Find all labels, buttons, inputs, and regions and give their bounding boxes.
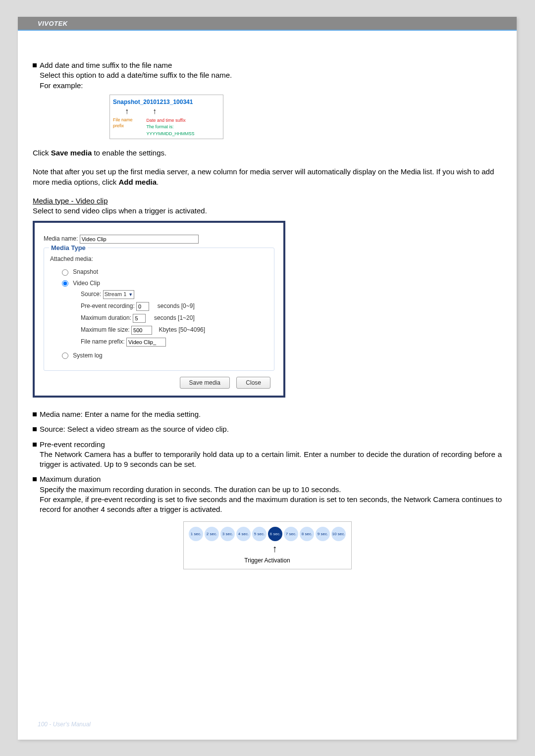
add-datetime-title: Add date and time suffix to the file nam…	[40, 60, 232, 70]
radio-videoclip[interactable]	[62, 280, 68, 287]
bullet-square-icon	[33, 477, 37, 481]
fnp-input[interactable]	[126, 338, 166, 347]
source-value: Stream 1	[105, 291, 127, 298]
brand-logo: VIVOTEK	[38, 20, 68, 27]
add-datetime-line3: For example:	[40, 81, 232, 91]
note-add-media: Note that after you set up the first med…	[33, 167, 502, 187]
content: Add date and time suffix to the file nam…	[18, 31, 517, 569]
desc-maxdur-title: Maximum duration	[40, 474, 502, 484]
save-pre: Click	[33, 149, 51, 157]
sec-circle-active: 6 sec.	[268, 527, 282, 541]
snapshot-suffix-text: _20101213_100341	[140, 99, 193, 105]
bullet-square-icon	[33, 427, 37, 431]
desc-source: Source: Select a video stream as the sou…	[40, 424, 229, 434]
add-datetime-line2: Select this option to add a date/time su…	[40, 70, 232, 80]
desc-preevent-body: The Network Camera has a buffer to tempo…	[40, 450, 502, 470]
source-select[interactable]: Stream 1 ▼	[103, 290, 135, 299]
timeline-circles: 1 sec. 2 sec. 3 sec. 4 sec. 5 sec. 6 sec…	[189, 527, 346, 541]
radio-systemlog-label: System log	[73, 352, 102, 359]
note-pre: Note that after you set up the first med…	[33, 167, 494, 186]
bullet-source: Source: Select a video stream as the sou…	[33, 424, 502, 434]
figure-filename-example: Snapshot_20101213_100341 ↑ ↑ File name p…	[109, 95, 223, 139]
maxfs-input[interactable]	[131, 326, 152, 335]
maxdur-label: Maximum duration:	[81, 314, 131, 321]
media-type-legend: Media Type	[49, 244, 88, 252]
radio-videoclip-label: Video Clip	[73, 280, 100, 287]
bullet-square-icon	[33, 443, 37, 447]
preevent-hint: seconds [0~9]	[158, 302, 195, 309]
save-media-hint: Click Save media to enable the settings.	[33, 148, 502, 158]
chevron-down-icon: ▼	[128, 292, 133, 298]
arrow-up-icon: ↑	[204, 542, 346, 555]
media-name-input[interactable]	[80, 235, 199, 244]
radio-snapshot[interactable]	[62, 269, 68, 276]
attached-media-label: Attached media:	[50, 255, 268, 263]
source-label: Source:	[81, 291, 101, 298]
desc-media-name: Media name: Enter a name for the media s…	[40, 409, 201, 419]
header-bar: VIVOTEK	[18, 17, 517, 31]
video-desc: Select to send video clips when a trigge…	[33, 206, 207, 215]
file-name-prefix-label: File name prefix	[113, 117, 144, 137]
media-type-fieldset: Media Type Attached media: Snapshot Vide…	[44, 248, 274, 371]
sec-circle: 10 sec.	[331, 527, 346, 541]
save-media-button[interactable]: Save media	[180, 377, 230, 389]
maxdur-input[interactable]	[133, 314, 146, 323]
sec-circle: 3 sec.	[220, 527, 235, 541]
preevent-label: Pre-event recording:	[81, 302, 135, 309]
radio-systemlog[interactable]	[62, 353, 68, 359]
figure-trigger-timeline: 1 sec. 2 sec. 3 sec. 4 sec. 5 sec. 6 sec…	[183, 521, 352, 569]
format-label: The format is: YYYYMMDD_HHMMSS	[146, 124, 194, 136]
sec-circle: 9 sec.	[316, 527, 330, 541]
sec-circle: 2 sec.	[205, 527, 219, 541]
desc-maxdur-l1: Specify the maximum recording duration i…	[40, 485, 502, 495]
bullet-preevent: Pre-event recording The Network Camera h…	[33, 440, 502, 470]
bullet-maxdur: Maximum duration Specify the maximum rec…	[33, 474, 502, 514]
videoclip-subsettings: Source: Stream 1 ▼ Pre-event recording: …	[81, 290, 268, 347]
sec-circle: 1 sec.	[189, 527, 203, 541]
sec-circle: 7 sec.	[284, 527, 298, 541]
arrow-up-icon: ↑	[153, 106, 157, 117]
maxdur-hint: seconds [1~20]	[154, 314, 195, 321]
note-bold: Add media	[118, 178, 157, 186]
bullet-add-datetime: Add date and time suffix to the file nam…	[33, 60, 502, 91]
save-post: to enable the settings.	[92, 149, 166, 157]
close-button[interactable]: Close	[236, 377, 270, 389]
save-bold: Save media	[51, 149, 92, 157]
bullet-square-icon	[33, 412, 37, 416]
arrow-up-icon: ↑	[125, 106, 129, 117]
media-type-dialog: Media name: Media Type Attached media: S…	[33, 221, 285, 398]
date-time-suffix-label: Date and time suffix	[146, 118, 185, 123]
radio-snapshot-label: Snapshot	[73, 268, 98, 275]
page: VIVOTEK Add date and time suffix to the …	[18, 17, 517, 740]
maxfs-label: Maximum file size:	[81, 326, 130, 333]
sec-circle: 8 sec.	[300, 527, 314, 541]
video-clip-heading: Media type - Video clip Select to send v…	[33, 196, 502, 216]
sec-circle: 5 sec.	[252, 527, 267, 541]
bullet-square-icon	[33, 63, 37, 67]
note-post: .	[157, 178, 159, 186]
preevent-input[interactable]	[136, 302, 149, 311]
video-heading-text: Media type - Video clip	[33, 197, 107, 205]
desc-maxdur-l2: For example, if pre-event recording is s…	[40, 495, 502, 515]
bullet-media-name: Media name: Enter a name for the media s…	[33, 409, 502, 419]
trigger-activation-label: Trigger Activation	[189, 556, 346, 564]
maxfs-hint: Kbytes [50~4096]	[159, 326, 205, 333]
snapshot-prefix-text: Snapshot	[113, 99, 140, 105]
sec-circle: 4 sec.	[236, 527, 251, 541]
desc-preevent-title: Pre-event recording	[40, 440, 502, 450]
fnp-label: File name prefix:	[81, 338, 125, 345]
footer-page-label: 100 - User's Manual	[38, 721, 91, 728]
media-name-label: Media name:	[44, 235, 78, 242]
